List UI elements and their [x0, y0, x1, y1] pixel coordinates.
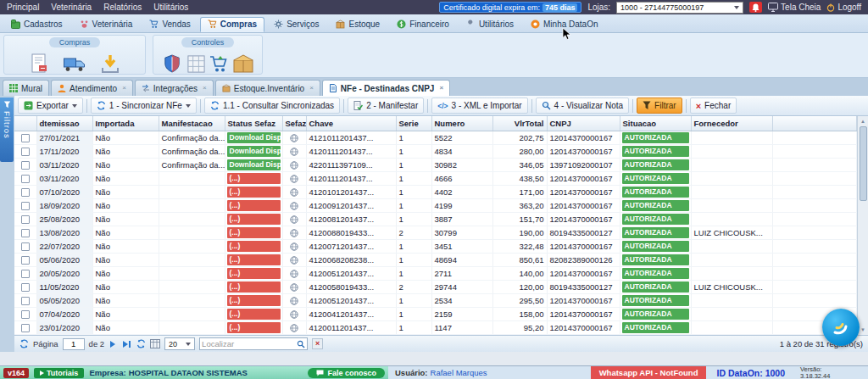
filtrar-button[interactable]: Filtrar	[637, 98, 682, 114]
refresh-icon[interactable]	[19, 339, 29, 348]
row-checkbox[interactable]	[21, 148, 30, 156]
header-importada[interactable]: Importada	[92, 116, 159, 131]
ribbon-tab-financeiro[interactable]: Financeiro	[389, 17, 457, 32]
row-checkbox[interactable]	[21, 188, 30, 197]
table-row[interactable]: 17/11/2020 Não Confirmação da... Downloa…	[14, 144, 857, 158]
close-icon[interactable]: ×	[203, 85, 207, 92]
tab-estoque-inventario[interactable]: Estoque.Inventário ×	[215, 80, 320, 96]
header-chave[interactable]: Chave	[306, 116, 396, 131]
row-checkbox[interactable]	[21, 283, 30, 292]
row-checkbox[interactable]	[21, 242, 30, 251]
header-dtemissao[interactable]: dtemissao	[36, 116, 92, 131]
table-row[interactable]: 25/08/2020 Não (...) 4120081201437... 1 …	[14, 212, 857, 226]
scrollbar-thumb[interactable]	[860, 126, 867, 201]
header-numero[interactable]: Numero	[431, 116, 492, 131]
grid-calculator-icon[interactable]	[184, 50, 208, 77]
menu-principal[interactable]: Principal	[7, 3, 39, 12]
tab-atendimento[interactable]: Atendimento ×	[51, 80, 133, 96]
table-row[interactable]: 05/06/2020 Não (...) 4120068208238... 1 …	[14, 253, 857, 266]
table-row[interactable]: 05/05/2020 Não (...) 4120051201437... 1 …	[14, 293, 857, 307]
fale-conosco-button[interactable]: Fale conosco	[308, 368, 385, 378]
vertical-scrollbar[interactable]: ▲ ▼	[857, 116, 868, 335]
close-icon[interactable]: ×	[309, 85, 314, 92]
support-chat-button[interactable]	[822, 309, 860, 346]
close-icon[interactable]: ×	[122, 85, 126, 92]
table-row[interactable]: 23/01/2020 Não (...) 4120011201437... 1 …	[14, 320, 857, 334]
table-row[interactable]: 13/08/2020 Não (...) 4120088019433... 2 …	[14, 226, 857, 239]
header-situacao[interactable]: Situacao	[620, 116, 691, 131]
ribbon-tab-estoque[interactable]: Estoque	[328, 17, 387, 32]
header-sefaz[interactable]: Sefaz	[282, 116, 306, 131]
table-row[interactable]: 18/09/2020 Não (...) 4120091201437... 1 …	[14, 198, 857, 212]
scroll-down-icon[interactable]: ▼	[860, 325, 865, 335]
ribbon-tab-cadastros[interactable]: Cadastros	[3, 17, 70, 32]
close-icon[interactable]: ×	[439, 85, 443, 92]
table-row[interactable]: 27/01/2021 Não Confirmação da... Downloa…	[14, 131, 857, 144]
manifestar-button[interactable]: 2 - Manifestar	[348, 98, 424, 114]
consultar-sincronizadas-button[interactable]: 1.1 - Consultar Sincronizadas	[204, 98, 340, 114]
logoff-button[interactable]: Logoff	[826, 3, 861, 12]
download-icon[interactable]	[92, 50, 128, 77]
row-checkbox[interactable]	[21, 256, 30, 265]
last-page-button[interactable]	[121, 341, 132, 348]
header-cnpj[interactable]: CNPJ	[547, 116, 620, 131]
truck-icon[interactable]	[57, 50, 92, 77]
header-fornecedor[interactable]: Fornecedor	[691, 116, 772, 131]
sincronizar-nfe-button[interactable]: 1 - Sincronizar NFe	[91, 98, 197, 114]
refresh-icon[interactable]	[136, 339, 146, 348]
shield-icon[interactable]	[160, 50, 184, 77]
ribbon-tab-utilitarios[interactable]: Utilitários	[459, 17, 521, 32]
next-page-button[interactable]	[108, 341, 117, 348]
row-checkbox[interactable]	[21, 161, 30, 170]
shopping-cart-icon[interactable]	[208, 50, 231, 77]
table-row[interactable]: 07/04/2020 Não (...) 4120041201437... 1 …	[14, 307, 857, 320]
table-row[interactable]: 03/11/2020 Não Confirmação da... Downloa…	[14, 158, 857, 171]
visualizar-nota-button[interactable]: 4 - Visualizar Nota	[536, 98, 630, 114]
nota-fiscal-icon[interactable]	[21, 50, 57, 77]
row-checkbox[interactable]	[21, 202, 30, 210]
ribbon-tab-veterinaria[interactable]: Veterinária	[72, 17, 141, 32]
tutoriais-button[interactable]: Tutoriais	[34, 368, 84, 378]
table-row[interactable]: 22/07/2020 Não (...) 4120071201437... 1 …	[14, 239, 857, 253]
filtros-panel-tab[interactable]: Filtros	[0, 98, 14, 162]
lojas-select[interactable]: 1000 - 27144775000197	[616, 2, 743, 14]
page-size-select[interactable]: 20	[164, 337, 195, 350]
row-checkbox[interactable]	[21, 297, 30, 305]
ribbon-tab-compras[interactable]: Compras	[200, 17, 264, 32]
tab-nfe-destinadas-cnpj[interactable]: NFe - Destinadas CNPJ ×	[322, 80, 450, 96]
menu-relatorios[interactable]: Relatórios	[103, 3, 142, 12]
tela-cheia-button[interactable]: Tela Cheia	[768, 3, 821, 12]
package-icon[interactable]	[231, 50, 255, 77]
table-row[interactable]: 11/05/2020 Não (...) 4120058019433... 2 …	[14, 280, 857, 293]
xml-importar-button[interactable]: </> 3 - XML e Importar	[431, 98, 527, 114]
row-checkbox[interactable]	[21, 324, 30, 332]
columns-icon[interactable]	[150, 339, 160, 348]
header-manifestacao[interactable]: Manifestacao	[159, 116, 225, 131]
row-checkbox[interactable]	[21, 175, 30, 183]
menu-utilitarios[interactable]: Utilitários	[153, 3, 188, 12]
menu-veterinaria[interactable]: Veterinária	[51, 3, 92, 12]
notifications-button[interactable]	[749, 2, 762, 13]
page-number-input[interactable]	[63, 338, 85, 350]
row-checkbox[interactable]	[21, 215, 30, 224]
table-row[interactable]: 20/05/2020 Não (...) 4120051201437... 1 …	[14, 266, 857, 280]
header-status-sefaz[interactable]: Status Sefaz	[225, 116, 282, 131]
tab-mural[interactable]: Mural	[3, 80, 49, 96]
fechar-button[interactable]: × Fechar	[690, 98, 737, 114]
exportar-button[interactable]: Exportar	[18, 98, 83, 114]
tab-integracoes[interactable]: Integrações ×	[135, 80, 214, 96]
search-icon[interactable]	[297, 340, 305, 348]
row-checkbox[interactable]	[21, 229, 30, 237]
row-checkbox[interactable]	[21, 310, 30, 319]
header-vlrtotal[interactable]: VlrTotal	[492, 116, 547, 131]
header-serie[interactable]: Serie	[396, 116, 431, 131]
row-checkbox[interactable]	[21, 270, 30, 278]
table-row[interactable]: 07/10/2020 Não (...) 4120101201437... 1 …	[14, 185, 857, 198]
localizar-input[interactable]	[202, 339, 297, 348]
ribbon-tab-vendas[interactable]: Vendas	[142, 17, 198, 32]
clear-search-button[interactable]: ×	[312, 338, 323, 349]
scroll-up-icon[interactable]: ▲	[860, 116, 865, 126]
usuario-value[interactable]: Rafael Marques	[431, 368, 487, 377]
table-row[interactable]: 03/11/2020 Não (...) 4120111201437... 1 …	[14, 171, 857, 185]
ribbon-tab-servicos[interactable]: Serviços	[266, 17, 326, 32]
